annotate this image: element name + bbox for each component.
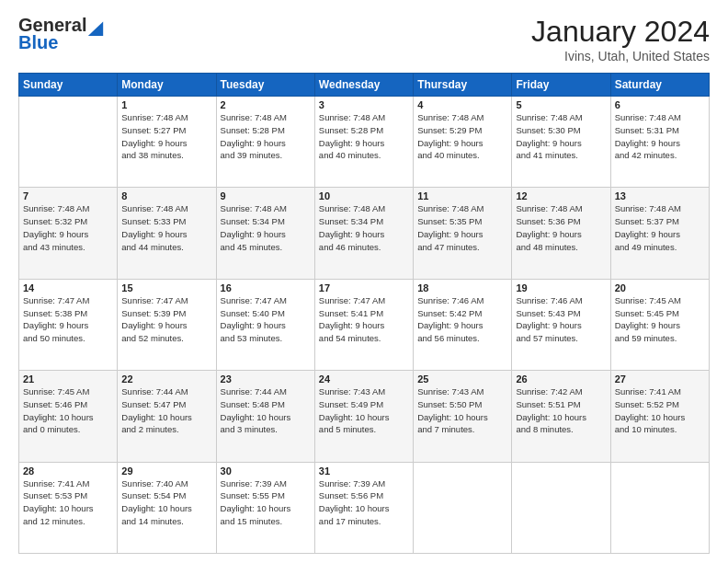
day-info: Sunrise: 7:45 AMSunset: 5:45 PMDaylight:… [615, 294, 705, 345]
day-info: Sunrise: 7:48 AMSunset: 5:34 PMDaylight:… [221, 202, 311, 253]
calendar-cell: 5Sunrise: 7:48 AMSunset: 5:30 PMDaylight… [512, 97, 610, 188]
day-info: Sunrise: 7:48 AMSunset: 5:31 PMDaylight:… [615, 111, 705, 162]
day-info: Sunrise: 7:48 AMSunset: 5:28 PMDaylight:… [221, 111, 311, 162]
calendar-cell: 7Sunrise: 7:48 AMSunset: 5:32 PMDaylight… [19, 188, 118, 279]
day-number: 2 [221, 99, 311, 110]
day-info: Sunrise: 7:47 AMSunset: 5:41 PMDaylight:… [319, 294, 409, 345]
day-number: 18 [417, 282, 507, 293]
day-info: Sunrise: 7:48 AMSunset: 5:32 PMDaylight:… [23, 202, 113, 253]
calendar-cell [610, 462, 709, 553]
day-info: Sunrise: 7:48 AMSunset: 5:36 PMDaylight:… [516, 202, 606, 253]
calendar-col-header: Friday [512, 74, 610, 97]
calendar-cell: 17Sunrise: 7:47 AMSunset: 5:41 PMDayligh… [314, 279, 413, 370]
day-number: 15 [121, 282, 211, 293]
day-number: 3 [319, 99, 409, 110]
day-info: Sunrise: 7:44 AMSunset: 5:47 PMDaylight:… [121, 385, 211, 436]
day-number: 16 [221, 282, 311, 293]
calendar-week-row: 28Sunrise: 7:41 AMSunset: 5:53 PMDayligh… [19, 462, 710, 553]
day-number: 20 [615, 282, 705, 293]
day-number: 4 [417, 99, 507, 110]
day-number: 28 [23, 465, 113, 477]
day-number: 1 [121, 99, 211, 110]
calendar-col-header: Tuesday [216, 74, 314, 97]
calendar-cell: 16Sunrise: 7:47 AMSunset: 5:40 PMDayligh… [216, 279, 314, 370]
calendar-cell: 3Sunrise: 7:48 AMSunset: 5:28 PMDaylight… [314, 97, 413, 188]
calendar-week-row: 1Sunrise: 7:48 AMSunset: 5:27 PMDaylight… [19, 97, 710, 188]
calendar-cell: 23Sunrise: 7:44 AMSunset: 5:48 PMDayligh… [216, 371, 314, 462]
calendar-cell: 27Sunrise: 7:41 AMSunset: 5:52 PMDayligh… [610, 371, 709, 462]
day-info: Sunrise: 7:44 AMSunset: 5:48 PMDaylight:… [221, 385, 311, 436]
page: General Blue January 2024 Ivins, Utah, U… [0, 0, 728, 563]
logo: General Blue [18, 15, 104, 53]
calendar-cell: 24Sunrise: 7:43 AMSunset: 5:49 PMDayligh… [314, 371, 413, 462]
day-number: 7 [23, 190, 113, 201]
calendar-cell: 9Sunrise: 7:48 AMSunset: 5:34 PMDaylight… [216, 188, 314, 279]
logo-arrow-icon [87, 17, 104, 36]
day-number: 27 [615, 373, 705, 385]
day-number: 25 [417, 373, 507, 385]
day-number: 23 [221, 373, 311, 385]
day-info: Sunrise: 7:46 AMSunset: 5:43 PMDaylight:… [516, 294, 606, 345]
calendar-cell: 31Sunrise: 7:39 AMSunset: 5:56 PMDayligh… [314, 462, 413, 553]
calendar-cell: 29Sunrise: 7:40 AMSunset: 5:54 PMDayligh… [118, 462, 216, 553]
calendar-cell: 6Sunrise: 7:48 AMSunset: 5:31 PMDaylight… [610, 97, 709, 188]
day-info: Sunrise: 7:39 AMSunset: 5:56 PMDaylight:… [319, 477, 409, 528]
day-info: Sunrise: 7:48 AMSunset: 5:30 PMDaylight:… [516, 111, 606, 162]
calendar-col-header: Saturday [610, 74, 709, 97]
day-info: Sunrise: 7:47 AMSunset: 5:40 PMDaylight:… [221, 294, 311, 345]
calendar-cell: 8Sunrise: 7:48 AMSunset: 5:33 PMDaylight… [118, 188, 216, 279]
calendar-cell: 20Sunrise: 7:45 AMSunset: 5:45 PMDayligh… [610, 279, 709, 370]
day-number: 24 [319, 373, 409, 385]
month-year: January 2024 [531, 15, 710, 49]
calendar-cell: 4Sunrise: 7:48 AMSunset: 5:29 PMDaylight… [414, 97, 512, 188]
calendar-cell: 21Sunrise: 7:45 AMSunset: 5:46 PMDayligh… [19, 371, 118, 462]
calendar-week-row: 14Sunrise: 7:47 AMSunset: 5:38 PMDayligh… [19, 279, 710, 370]
day-info: Sunrise: 7:48 AMSunset: 5:34 PMDaylight:… [319, 202, 409, 253]
day-info: Sunrise: 7:48 AMSunset: 5:33 PMDaylight:… [121, 202, 211, 253]
day-number: 10 [319, 190, 409, 201]
day-number: 29 [121, 465, 211, 477]
day-info: Sunrise: 7:48 AMSunset: 5:29 PMDaylight:… [417, 111, 507, 162]
day-info: Sunrise: 7:48 AMSunset: 5:35 PMDaylight:… [417, 202, 507, 253]
calendar-cell: 1Sunrise: 7:48 AMSunset: 5:27 PMDaylight… [118, 97, 216, 188]
calendar-cell: 26Sunrise: 7:42 AMSunset: 5:51 PMDayligh… [512, 371, 610, 462]
calendar-week-row: 21Sunrise: 7:45 AMSunset: 5:46 PMDayligh… [19, 371, 710, 462]
calendar-col-header: Monday [118, 74, 216, 97]
calendar-cell: 2Sunrise: 7:48 AMSunset: 5:28 PMDaylight… [216, 97, 314, 188]
calendar-cell: 28Sunrise: 7:41 AMSunset: 5:53 PMDayligh… [19, 462, 118, 553]
calendar-cell [19, 97, 118, 188]
calendar-cell: 14Sunrise: 7:47 AMSunset: 5:38 PMDayligh… [19, 279, 118, 370]
day-info: Sunrise: 7:41 AMSunset: 5:52 PMDaylight:… [615, 385, 705, 436]
day-info: Sunrise: 7:48 AMSunset: 5:37 PMDaylight:… [615, 202, 705, 253]
calendar-cell: 18Sunrise: 7:46 AMSunset: 5:42 PMDayligh… [414, 279, 512, 370]
day-info: Sunrise: 7:41 AMSunset: 5:53 PMDaylight:… [23, 477, 113, 528]
day-number: 19 [516, 282, 606, 293]
day-number: 22 [121, 373, 211, 385]
calendar-col-header: Wednesday [314, 74, 413, 97]
calendar-cell: 25Sunrise: 7:43 AMSunset: 5:50 PMDayligh… [414, 371, 512, 462]
day-number: 6 [615, 99, 705, 110]
calendar-cell: 30Sunrise: 7:39 AMSunset: 5:55 PMDayligh… [216, 462, 314, 553]
day-info: Sunrise: 7:39 AMSunset: 5:55 PMDaylight:… [221, 477, 311, 528]
header: General Blue January 2024 Ivins, Utah, U… [18, 15, 710, 63]
day-number: 14 [23, 282, 113, 293]
calendar-week-row: 7Sunrise: 7:48 AMSunset: 5:32 PMDaylight… [19, 188, 710, 279]
day-number: 9 [221, 190, 311, 201]
day-number: 30 [221, 465, 311, 477]
title-block: January 2024 Ivins, Utah, United States [531, 15, 710, 63]
calendar-cell: 22Sunrise: 7:44 AMSunset: 5:47 PMDayligh… [118, 371, 216, 462]
day-info: Sunrise: 7:47 AMSunset: 5:38 PMDaylight:… [23, 294, 113, 345]
calendar-col-header: Thursday [414, 74, 512, 97]
calendar-header-row: SundayMondayTuesdayWednesdayThursdayFrid… [19, 74, 710, 97]
day-info: Sunrise: 7:48 AMSunset: 5:28 PMDaylight:… [319, 111, 409, 162]
day-number: 17 [319, 282, 409, 293]
day-info: Sunrise: 7:47 AMSunset: 5:39 PMDaylight:… [121, 294, 211, 345]
day-info: Sunrise: 7:43 AMSunset: 5:49 PMDaylight:… [319, 385, 409, 436]
calendar-cell: 12Sunrise: 7:48 AMSunset: 5:36 PMDayligh… [512, 188, 610, 279]
calendar-col-header: Sunday [19, 74, 118, 97]
calendar-cell: 10Sunrise: 7:48 AMSunset: 5:34 PMDayligh… [314, 188, 413, 279]
day-info: Sunrise: 7:43 AMSunset: 5:50 PMDaylight:… [417, 385, 507, 436]
day-number: 5 [516, 99, 606, 110]
day-number: 8 [121, 190, 211, 201]
day-info: Sunrise: 7:40 AMSunset: 5:54 PMDaylight:… [121, 477, 211, 528]
